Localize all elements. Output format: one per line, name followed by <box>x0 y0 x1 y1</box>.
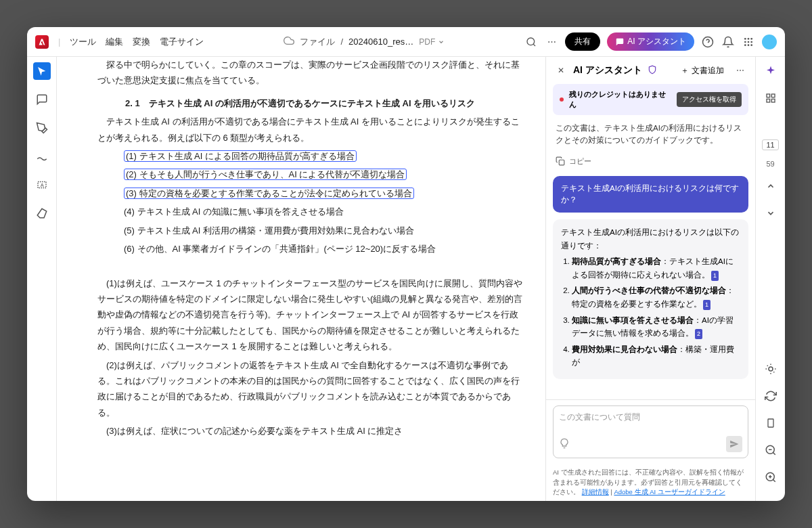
comment-icon <box>36 93 48 106</box>
cursor-icon <box>37 66 47 76</box>
notification-button[interactable] <box>721 35 735 49</box>
suggestions-button[interactable] <box>559 438 570 451</box>
breadcrumb: ファイル / 20240610_res… PDF <box>213 35 515 48</box>
svg-text:A: A <box>40 182 43 188</box>
svg-point-8 <box>748 41 750 43</box>
text-box-icon: A <box>36 179 48 191</box>
document-view[interactable]: 探る中で明らかにしていく。この章のスコープは、実際のサービス企画段階でのリスク評… <box>57 57 545 501</box>
file-label: ファイル <box>300 36 335 48</box>
section-title: 2. 1 テキスト生成 AI の利活用が不適切であるケースにテキスト生成 AI … <box>116 95 525 111</box>
ai-panel-header: ✕ AI アシスタント ＋ 文書追加 ⋯ <box>546 57 755 84</box>
zoom-out-button[interactable] <box>762 441 780 459</box>
response-item: 知識に無い事項を答えさせる場合：AIの学習データに無い情報を求める場合。2 <box>572 314 740 340</box>
separator: | <box>58 37 60 47</box>
panel-more-button[interactable]: ⋯ <box>734 64 747 77</box>
list-item-4: (4) テキスト生成 AI の知識に無い事項を答えさせる場合 <box>115 204 525 219</box>
response-intro: テキスト生成AIの利活用におけるリスクは以下の通りです： <box>561 226 740 252</box>
svg-line-26 <box>773 479 775 481</box>
file-name[interactable]: 20240610_res… <box>348 37 413 47</box>
lightbulb-icon <box>559 438 570 449</box>
erase-tool[interactable] <box>33 204 51 222</box>
chevron-down-icon <box>766 208 775 218</box>
svg-point-20 <box>769 367 773 371</box>
cloud-icon <box>284 35 294 48</box>
more-button[interactable]: ⋯ <box>545 35 558 49</box>
apps-button[interactable] <box>742 35 755 49</box>
plus-icon: ＋ <box>681 65 689 76</box>
copy-button[interactable]: コピー <box>553 154 748 169</box>
brightness-tool[interactable] <box>762 360 780 378</box>
svg-rect-16 <box>767 94 770 97</box>
svg-point-12 <box>750 44 752 46</box>
send-button[interactable] <box>726 436 742 452</box>
close-panel-button[interactable]: ✕ <box>554 64 568 77</box>
svg-line-1 <box>533 44 535 46</box>
doc-intro: 探る中で明らかにしていく。この章のスコープは、実際のサービス企画段階でのリスク評… <box>97 57 525 89</box>
page-up-button[interactable] <box>762 177 780 195</box>
help-button[interactable] <box>701 35 715 49</box>
current-page[interactable]: 11 <box>762 139 778 150</box>
doc-para1: テキスト生成 AI の利活用が不適切である場合にテキスト生成 AI を用いること… <box>97 114 525 146</box>
comment-tool[interactable] <box>33 91 51 108</box>
select-tool[interactable] <box>33 62 51 80</box>
svg-rect-18 <box>767 99 770 102</box>
topbar: | ツール 編集 変換 電子サイン ファイル / 20240610_res… P… <box>27 27 785 57</box>
reference-badge[interactable]: 2 <box>695 329 702 339</box>
add-document-button[interactable]: ＋ 文書追加 <box>681 65 724 76</box>
ai-summary-text: この文書は、テキスト生成AIの利活用におけるリスクとその対策についてのガイドブッ… <box>553 122 748 147</box>
chevron-up-icon <box>766 181 775 191</box>
ai-assistant-button[interactable]: AI アシスタント <box>607 32 694 51</box>
menu-esign[interactable]: 電子サイン <box>160 36 204 48</box>
page-view-tool[interactable] <box>762 414 780 432</box>
breadcrumb-separator: / <box>340 37 343 47</box>
draw-tool[interactable] <box>33 148 51 165</box>
doc-para3: (2)は例えば、パブリックコメントの返答をテキスト生成 AI で全自動化するケー… <box>97 357 525 421</box>
reference-badge[interactable]: 1 <box>703 300 710 310</box>
menu-tools[interactable]: ツール <box>70 36 96 48</box>
list-item-3: (3) 特定の資格を必要とする作業であることが法令に定められている場合 <box>115 185 525 201</box>
svg-rect-19 <box>771 99 775 102</box>
ai-assistant-panel: ✕ AI アシスタント ＋ 文書追加 ⋯ 残りのクレジットはありません アクセス… <box>545 57 755 501</box>
search-button[interactable] <box>524 35 538 49</box>
erase-icon <box>36 207 48 219</box>
topbar-right: ⋯ 共有 AI アシスタント <box>524 32 777 51</box>
disclaimer-link-details[interactable]: 詳細情報 <box>582 488 609 496</box>
disclaimer-link-guidelines[interactable]: Adobe 生成 AI ユーザーガイドライン <box>614 488 725 496</box>
svg-line-23 <box>773 452 775 454</box>
ai-sparkle-tool[interactable] <box>762 62 780 80</box>
menu-edit[interactable]: 編集 <box>106 36 123 48</box>
text-tool[interactable]: A <box>33 176 51 194</box>
sparkle-icon <box>765 65 777 77</box>
svg-point-9 <box>750 41 752 43</box>
menu-bar: ツール 編集 変換 電子サイン <box>70 36 204 48</box>
page-down-button[interactable] <box>762 204 780 222</box>
reference-badge[interactable]: 1 <box>711 271 719 281</box>
response-item: 人間が行うべき仕事の代替が不適切な場合：特定の資格を必要とする作業など。1 <box>572 284 740 311</box>
ai-disclaimer: AI で生成された回答には、不正確な内容や、誤解を招く情報が含まれる可能性があり… <box>546 464 755 501</box>
user-avatar[interactable] <box>762 35 777 49</box>
share-button[interactable]: 共有 <box>565 32 600 51</box>
ai-input-box[interactable]: この文書について質問 <box>553 405 748 458</box>
credit-banner: 残りのクレジットはありません アクセス権を取得 <box>553 84 748 115</box>
svg-point-7 <box>744 41 746 43</box>
menu-convert[interactable]: 変換 <box>133 36 150 48</box>
svg-rect-21 <box>768 419 773 427</box>
status-dot-icon <box>560 97 564 102</box>
main-body: A 探る中で明らかにしていく。この章のスコープは、実際のサービス企画段階でのリス… <box>27 57 785 501</box>
svg-point-5 <box>748 38 750 40</box>
rotate-tool[interactable] <box>762 387 780 405</box>
list-item-2: (2) そもそも人間が行うべき仕事であり、AI による代替が不適切な場合 <box>115 167 525 182</box>
shield-icon <box>648 65 657 76</box>
help-icon <box>702 36 714 48</box>
page-icon <box>765 418 776 428</box>
rotate-icon <box>765 390 777 402</box>
file-type-chip[interactable]: PDF <box>419 37 445 47</box>
svg-point-6 <box>750 38 752 40</box>
zoom-in-button[interactable] <box>762 468 780 486</box>
get-access-button[interactable]: アクセス権を取得 <box>677 92 742 107</box>
ai-messages: この文書は、テキスト生成AIの利活用におけるリスクとその対策についてのガイドブッ… <box>546 122 755 399</box>
doc-para4: (3)は例えば、症状についての記述から必要な薬をテキスト生成 AI に推定さ <box>97 423 525 439</box>
highlight-tool[interactable] <box>33 119 51 137</box>
credit-message: 残りのクレジットはありません <box>569 89 671 110</box>
panels-tool[interactable] <box>762 89 780 107</box>
